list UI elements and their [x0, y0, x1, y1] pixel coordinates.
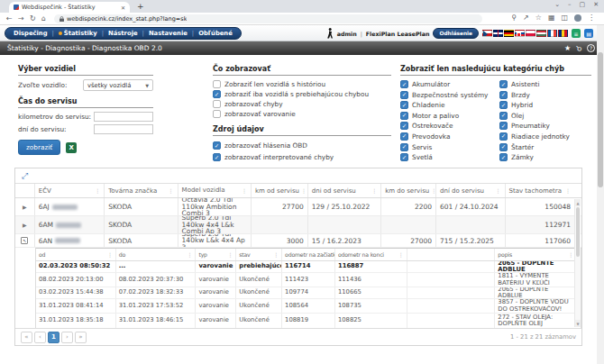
collapse-detail-icon[interactable]: ↖ [21, 237, 28, 244]
pager-next-button[interactable]: › [61, 332, 73, 343]
expand-row-icon[interactable]: ▶ [23, 204, 27, 210]
new-tab-button[interactable]: + [137, 2, 144, 11]
nav-item-oblubene[interactable]: Obľúbené [198, 30, 233, 37]
table-row-expanded[interactable]: ↖ 6AN SKODA Superb 2.0 Tdi 140kw L&k 4x4… [15, 234, 581, 248]
expand-row-icon[interactable]: ▶ [23, 222, 27, 228]
nav-item-nastavenie[interactable]: Nastavenie [149, 30, 188, 37]
pager-first-button[interactable]: « [21, 332, 32, 343]
fullscreen-expand-icon[interactable]: ⤢ [22, 172, 28, 180]
checkbox-asistenti[interactable] [499, 80, 508, 88]
checkbox-olej[interactable] [499, 112, 508, 120]
column-header-dni-od[interactable]: dni od servisu⋮ [308, 184, 381, 197]
pager-page-1-button[interactable]: 1 [48, 332, 59, 343]
flag-gb-icon[interactable] [493, 30, 503, 37]
checkbox-chladenie[interactable] [400, 101, 408, 109]
checkbox-ostrekovace[interactable] [400, 122, 408, 130]
column-header-model[interactable]: Model vozidla⋮ [178, 184, 252, 197]
column-menu-icon[interactable]: ⋮ [242, 187, 247, 195]
pin-icon[interactable]: ⚲ [574, 43, 584, 53]
checkbox-show-warnings[interactable] [213, 110, 221, 118]
checkbox-brzdy[interactable] [499, 91, 508, 99]
flag-ro-icon[interactable] [558, 30, 568, 37]
column-menu-icon[interactable]: ⋮ [371, 187, 377, 194]
checkbox-servis[interactable] [400, 143, 408, 151]
checkbox-bezpecnostne-systemy[interactable] [400, 91, 408, 99]
page-scrollbar-thumb[interactable] [598, 52, 603, 187]
detail-row[interactable]: 31.01.2023 18:35:18 31.01.2023 18:46:15 … [36, 314, 581, 329]
profile-avatar[interactable] [574, 14, 581, 22]
km-to-service-input[interactable] [94, 112, 153, 122]
page-scrollbar[interactable] [597, 25, 604, 364]
checkbox-prevodovka[interactable] [400, 132, 408, 141]
detail-column-typ[interactable]: typ⋮ [196, 249, 236, 260]
search-icon[interactable]: ⚲ [511, 14, 517, 22]
help-icon[interactable]: ? [587, 44, 595, 52]
grid-scrollbar[interactable]: ▲ ▼ [574, 199, 581, 327]
flag-de-icon[interactable] [504, 30, 514, 37]
favorite-star-icon[interactable]: ★ [564, 44, 571, 52]
checkbox-show-errors[interactable] [213, 100, 221, 108]
browser-menu-icon[interactable]: ⋮ [588, 14, 595, 22]
checkbox-pneumatiky[interactable] [499, 122, 508, 130]
flag-hu-icon[interactable] [536, 30, 546, 37]
column-menu-icon[interactable]: ⋮ [95, 187, 100, 194]
nav-item-nastroje[interactable]: Nástroje [108, 30, 138, 37]
app-icon[interactable]: ▤ [584, 29, 593, 38]
back-icon[interactable]: ← [6, 14, 13, 23]
address-bar[interactable]: webdispecink.cz/index_stat.php?lang=sk [54, 14, 482, 23]
checkbox-ongoing-error[interactable] [213, 90, 221, 98]
column-header-ecv[interactable]: EČV⋮ [35, 184, 105, 197]
export-icon[interactable]: ≡ [572, 29, 581, 38]
checkbox-zamky[interactable] [499, 153, 508, 161]
checkbox-svetla[interactable] [400, 153, 408, 161]
column-menu-icon[interactable]: ⋮ [565, 187, 571, 194]
column-header-znacka[interactable]: Továrna značka⋮ [105, 184, 178, 197]
checkbox-starter[interactable] [499, 143, 508, 151]
detail-row[interactable]: 31.01.2023 08:41:14 31.01.2023 17:53:52 … [36, 299, 581, 314]
column-header-dni-do[interactable]: dní do servisu⋮ [436, 184, 506, 197]
table-row[interactable]: ▶ 6AM SKODA Superb 2.0 Tdi 140kw 4x4 L&k… [15, 216, 581, 234]
pager-last-button[interactable]: » [75, 332, 87, 343]
column-header-tachometer[interactable]: Stav tachometra⋮ [506, 184, 581, 197]
checkbox-riadiace-jednotky[interactable] [499, 132, 508, 141]
checkbox-obd-reports[interactable] [213, 141, 221, 150]
detail-column-odo-start[interactable]: odometr na začiatku⋮ [282, 249, 335, 260]
table-row[interactable]: ▶ 6AJ SKODA Octavia 2.0 Tdi 110kw Ambiti… [15, 198, 581, 216]
detail-column-odo-end[interactable]: odometr na konci⋮ [335, 249, 407, 260]
days-to-service-input[interactable] [94, 124, 153, 134]
reload-icon[interactable]: ↻ [30, 14, 36, 23]
home-icon[interactable]: ⌂ [41, 14, 46, 23]
detail-column-popis[interactable]: popis⋮ [495, 249, 581, 260]
tab-search-icon[interactable]: ⌄ [554, 1, 560, 8]
checkbox-interpreted-errors[interactable] [213, 153, 221, 161]
nav-item-statistiky[interactable]: Štatistiky [59, 30, 97, 37]
scroll-down-icon[interactable]: ▼ [575, 320, 581, 327]
detail-column-od[interactable]: od⋮ [36, 249, 116, 260]
checkbox-akumulator[interactable] [400, 80, 408, 88]
show-button[interactable]: zobraziť [18, 140, 60, 155]
scroll-up-icon[interactable]: ▲ [575, 199, 581, 206]
checkbox-motor-a-palivo[interactable] [400, 112, 408, 120]
grid-scrollbar-thumb[interactable] [576, 207, 580, 257]
column-header-km-do[interactable]: km do servisu⋮ [381, 184, 436, 197]
close-button[interactable]: ✕ [593, 1, 599, 8]
checkbox-hybrid[interactable] [499, 101, 508, 109]
nav-item-dispecing[interactable]: Dispečing [14, 30, 48, 37]
detail-column-do[interactable]: do⋮ [116, 249, 197, 260]
detail-column-stav[interactable]: stav⋮ [236, 249, 282, 260]
vehicle-select[interactable]: všetky vozidlá ▼ [83, 79, 153, 91]
flag-sk-icon[interactable] [515, 30, 525, 37]
browser-tab[interactable]: Webdispečink - Štatistiky ✕ [9, 2, 130, 13]
checkbox-history[interactable] [213, 80, 221, 88]
detail-row[interactable]: 08.02.2023 20:13:00 08.02.2023 20:37:30 … [36, 273, 581, 287]
column-menu-icon[interactable]: ⋮ [169, 187, 174, 194]
detail-row[interactable]: 02.03.2023 08:50:32 ... varovanie prebie… [36, 261, 581, 273]
pager-prev-button[interactable]: ‹ [34, 332, 46, 343]
side-panel-icon[interactable]: ◫ [561, 14, 568, 22]
column-header-km-od[interactable]: km od servisu⋮ [252, 184, 308, 197]
maximize-button[interactable]: ▢ [580, 1, 586, 8]
share-icon[interactable]: ↗ [523, 14, 529, 22]
minimize-button[interactable]: – [568, 1, 572, 8]
flag-pl-icon[interactable] [526, 30, 535, 37]
flag-cz-icon[interactable] [482, 30, 492, 37]
